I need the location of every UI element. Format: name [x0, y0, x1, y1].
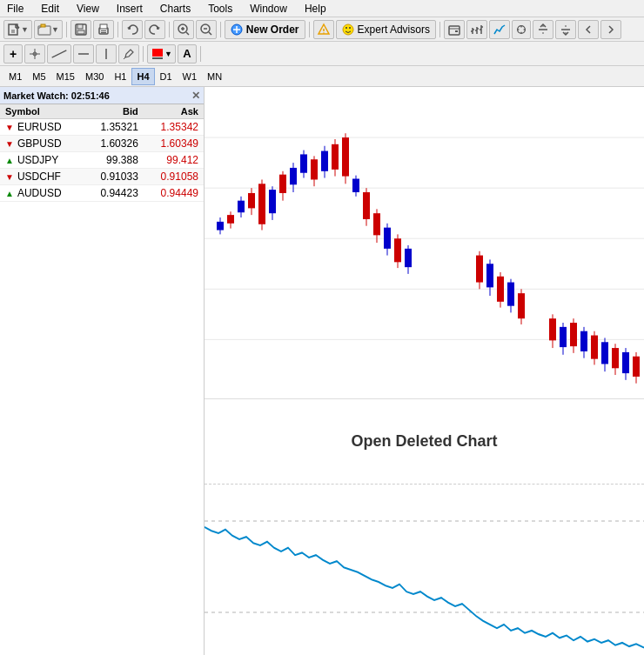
svg-point-28 — [323, 32, 325, 34]
hline-tool[interactable] — [73, 44, 94, 63]
redo-button[interactable] — [144, 20, 165, 39]
svg-rect-134 — [633, 357, 640, 377]
zoom-chart-in[interactable] — [533, 20, 553, 39]
chart-type-button[interactable] — [466, 20, 487, 39]
market-watch-title: Market Watch: 02:51:46 — [3, 90, 110, 101]
tf-m5[interactable]: M5 — [27, 68, 50, 85]
svg-rect-98 — [363, 192, 370, 219]
market-watch-close[interactable]: ✕ — [191, 90, 200, 102]
text-tool[interactable]: A — [178, 44, 197, 63]
ask-cell: 1.60349 — [144, 136, 204, 152]
market-watch-row[interactable]: ▼ USDCHF 0.91033 0.91058 — [0, 169, 204, 185]
market-watch-row[interactable]: ▲ USDJPY 99.388 99.412 — [0, 152, 204, 169]
new-order-button[interactable]: New Order — [225, 20, 305, 39]
svg-rect-120 — [560, 327, 567, 347]
bid-cell: 1.35321 — [84, 119, 144, 136]
menu-insert[interactable]: Insert — [113, 2, 146, 16]
svg-rect-122 — [570, 323, 577, 346]
market-watch-row[interactable]: ▲ AUDUSD 0.94423 0.94449 — [0, 185, 204, 202]
svg-rect-92 — [332, 144, 339, 170]
tf-h1[interactable]: H1 — [109, 68, 131, 85]
print-button[interactable] — [93, 20, 114, 39]
accounts-button[interactable] — [444, 20, 465, 39]
symbol-cell: ▼ EURUSD — [0, 119, 84, 136]
alert-button[interactable] — [313, 20, 334, 39]
expert-advisors-button[interactable]: Expert Advisors — [336, 20, 436, 39]
scroll-right[interactable] — [600, 20, 621, 39]
bid-cell: 99.388 — [84, 152, 144, 169]
tf-h4[interactable]: H4 — [131, 68, 154, 85]
svg-rect-96 — [352, 179, 359, 192]
menu-tools[interactable]: Tools — [205, 2, 236, 16]
pen-tool[interactable] — [118, 44, 139, 63]
navigator-button[interactable] — [512, 20, 531, 39]
svg-rect-32 — [449, 26, 460, 35]
cursor-tool[interactable]: + — [3, 44, 23, 63]
svg-rect-124 — [580, 331, 587, 351]
col-ask: Ask — [144, 104, 204, 119]
svg-rect-104 — [394, 238, 401, 262]
tf-d1[interactable]: D1 — [155, 68, 178, 85]
svg-line-18 — [186, 32, 189, 35]
svg-rect-86 — [300, 154, 307, 172]
menu-edit[interactable]: Edit — [37, 2, 63, 16]
draw-toolbar: + ▼ A — [0, 42, 644, 66]
svg-rect-94 — [342, 137, 349, 177]
new-order-label: New Order — [246, 23, 299, 36]
svg-line-61 — [124, 57, 125, 59]
svg-rect-62 — [152, 49, 163, 57]
symbol-cell: ▼ USDCHF — [0, 169, 84, 185]
svg-rect-132 — [622, 352, 629, 373]
tf-m1[interactable]: M1 — [3, 68, 27, 85]
zoom-chart-out[interactable] — [555, 20, 576, 39]
zoom-in-button[interactable] — [173, 20, 194, 39]
open-button[interactable]: ▼ — [34, 20, 63, 39]
tf-w1[interactable]: W1 — [178, 68, 203, 85]
menu-view[interactable]: View — [73, 2, 103, 16]
undo-button[interactable] — [122, 20, 143, 39]
menu-file[interactable]: File — [3, 2, 27, 16]
candlestick-chart — [205, 87, 644, 398]
svg-rect-114 — [507, 283, 514, 306]
open-deleted-label: Open Deleted Chart — [351, 432, 497, 451]
svg-rect-76 — [248, 193, 255, 208]
svg-rect-78 — [258, 184, 265, 224]
svg-rect-106 — [405, 249, 412, 267]
svg-rect-70 — [217, 222, 224, 231]
bid-cell: 0.94423 — [84, 185, 144, 202]
line-tool[interactable] — [47, 44, 71, 63]
indicators-button[interactable] — [489, 20, 510, 39]
color-selector[interactable]: ▼ — [147, 44, 176, 63]
svg-rect-84 — [290, 168, 297, 184]
tf-m15[interactable]: M15 — [51, 68, 80, 85]
menubar: File Edit View Insert Charts Tools Windo… — [0, 0, 644, 17]
menu-charts[interactable]: Charts — [157, 2, 194, 16]
lower-chart[interactable] — [205, 485, 644, 655]
zoom-out-button[interactable] — [196, 20, 217, 39]
vline-tool[interactable] — [96, 44, 117, 63]
save-button[interactable] — [70, 20, 91, 39]
toolbar-main: ▼ ▼ New Order Expert Advisors — [0, 17, 644, 42]
open-deleted-chart-area[interactable]: Open Deleted Chart — [205, 399, 644, 485]
col-symbol: Symbol — [0, 104, 84, 119]
menu-help[interactable]: Help — [301, 2, 330, 16]
upper-chart[interactable] — [205, 87, 644, 399]
new-chart-button[interactable]: ▼ — [3, 20, 32, 39]
tf-mn[interactable]: MN — [202, 68, 227, 85]
svg-line-22 — [209, 32, 211, 35]
market-watch-row[interactable]: ▼ GBPUSD 1.60326 1.60349 — [0, 136, 204, 152]
svg-rect-88 — [311, 159, 318, 179]
symbol-cell: ▼ GBPUSD — [0, 136, 84, 152]
svg-rect-9 — [77, 24, 83, 29]
scroll-left[interactable] — [578, 20, 599, 39]
chart-area[interactable]: Open Deleted Chart — [205, 87, 644, 655]
market-watch-row[interactable]: ▼ EURUSD 1.35321 1.35342 — [0, 119, 204, 136]
crosshair-tool[interactable] — [24, 44, 45, 63]
tf-m30[interactable]: M30 — [80, 68, 109, 85]
market-watch-panel: Market Watch: 02:51:46 ✕ Symbol Bid Ask … — [0, 87, 205, 655]
svg-rect-112 — [497, 277, 504, 302]
svg-rect-63 — [152, 57, 163, 59]
menu-window[interactable]: Window — [246, 2, 291, 16]
svg-rect-7 — [41, 24, 45, 27]
svg-line-58 — [52, 50, 67, 57]
